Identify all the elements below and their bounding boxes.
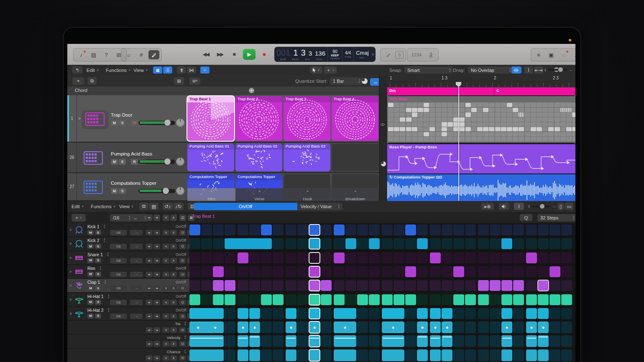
subrow-cell-velocity[interactable] (249, 335, 260, 347)
secondary-tool[interactable]: ＋∨ (324, 65, 337, 75)
step-cell[interactable] (261, 224, 272, 235)
pattern-cell[interactable] (566, 117, 572, 122)
row-down-button[interactable]: ∨ (163, 341, 169, 347)
chord-region[interactable]: Dm (387, 87, 494, 95)
step-cell[interactable] (309, 266, 320, 277)
pattern-cell[interactable] (513, 122, 518, 126)
pattern-cell[interactable] (412, 108, 417, 112)
row-down-button[interactable]: ∨ (163, 300, 169, 305)
pattern-cell[interactable] (513, 117, 518, 122)
pattern-cell[interactable] (555, 108, 560, 112)
step-cell[interactable] (405, 280, 416, 291)
step-cell[interactable] (225, 280, 235, 291)
step-cell[interactable] (249, 294, 260, 305)
quantize-button[interactable]: Q (520, 212, 532, 223)
pattern-cell[interactable] (548, 127, 554, 131)
seq-window-icon[interactable]: ▯ (557, 201, 564, 212)
track-r-button[interactable]: R (131, 159, 138, 165)
pattern-cell[interactable] (542, 127, 548, 131)
pattern-cell[interactable] (394, 137, 399, 141)
pattern-cell[interactable] (436, 137, 441, 141)
pattern-cell[interactable] (572, 112, 575, 117)
pattern-cell[interactable] (471, 127, 477, 131)
pattern-cell[interactable] (548, 108, 554, 112)
row-direction-button[interactable]: → (130, 314, 143, 319)
subrow-cell-chance[interactable] (261, 349, 272, 361)
pattern-cell[interactable] (388, 108, 394, 112)
pattern-cell[interactable] (501, 137, 506, 141)
step-cell[interactable] (273, 308, 284, 319)
row-disclosure-icon[interactable]: > (69, 270, 72, 274)
pattern-cell[interactable] (489, 127, 494, 131)
row-mute-button[interactable]: M (87, 258, 94, 263)
sequencer-row-header[interactable]: ∨Hi-Hat 2∧∨On/OffMS/16→◂▫▫▸∨∧⊡⊠ (67, 307, 189, 321)
step-cell[interactable] (538, 266, 549, 277)
subrow-cell-tie[interactable] (225, 321, 235, 333)
pattern-cell[interactable] (555, 117, 560, 122)
track-m-button[interactable]: M (111, 159, 118, 165)
step-cell[interactable] (369, 238, 380, 249)
pattern-cell[interactable] (519, 108, 524, 112)
pattern-cell[interactable] (429, 108, 435, 112)
row-direction-button[interactable]: → (130, 258, 143, 263)
row-random-button[interactable]: ⊡ (179, 258, 186, 263)
step-cell[interactable] (297, 252, 308, 263)
step-cell[interactable] (201, 280, 212, 291)
step-cell[interactable] (561, 252, 572, 263)
step-cell[interactable] (249, 252, 260, 263)
pattern-cell[interactable] (429, 127, 435, 131)
step-cell[interactable] (561, 238, 572, 249)
pattern-cell[interactable] (412, 132, 417, 136)
step-cell[interactable] (201, 252, 212, 263)
row-mute-button[interactable]: M (87, 300, 94, 305)
row-random-button[interactable]: ⊡ (179, 230, 186, 235)
step-cell[interactable] (490, 252, 501, 263)
pattern-cell[interactable] (388, 137, 394, 141)
step-cell[interactable] (189, 224, 200, 235)
row-name-stepper[interactable]: ∧∨ (105, 294, 110, 298)
step-cell[interactable] (561, 224, 572, 235)
pointer-tool[interactable]: ∨ (310, 65, 322, 75)
step-cell[interactable] (369, 280, 380, 291)
pattern-cell[interactable] (525, 122, 530, 126)
subrow-cell-chance[interactable] (382, 349, 404, 361)
subrow-cell-tie[interactable] (369, 321, 380, 333)
row-up-button[interactable]: ∧ (170, 244, 177, 249)
pattern-cell[interactable] (465, 108, 471, 112)
pattern-cell[interactable] (525, 108, 530, 112)
snap-dropdown[interactable]: Smart∧∨ (404, 65, 452, 75)
loop-browser-icon[interactable]: ◌ (558, 50, 569, 59)
pattern-cell[interactable] (447, 112, 453, 117)
pattern-cell[interactable] (501, 132, 506, 136)
step-cell[interactable] (369, 294, 380, 305)
vzoom-slider[interactable] (552, 69, 567, 71)
step-cell[interactable] (334, 280, 345, 291)
pattern-cell[interactable] (495, 127, 501, 131)
row-shift-right[interactable]: ▫▸ (153, 327, 160, 333)
pattern-cell[interactable] (501, 108, 506, 112)
step-cell[interactable] (309, 238, 320, 249)
scene-edit-button[interactable]: ≣R (189, 76, 200, 86)
step-cell[interactable] (273, 266, 284, 277)
pattern-rate-dropdown[interactable]: /16∧∨ (110, 212, 132, 223)
pattern-cell[interactable] (412, 122, 417, 126)
pattern-shift-left[interactable]: ◂▫ (146, 212, 153, 223)
step-cell[interactable] (442, 252, 452, 263)
step-cell[interactable] (321, 308, 332, 319)
scene-trigger[interactable]: ⌃ (187, 188, 235, 196)
subrow-cell-tie[interactable]: ◆ (417, 321, 428, 333)
back-button[interactable]: ↰ (72, 65, 82, 75)
sequencer-row-header[interactable]: >Snare 1∧∨On/OffMS/16→◂▫▫▸∨∧⊡⊠ (67, 251, 189, 265)
pattern-cell[interactable] (459, 132, 465, 136)
step-cell[interactable] (430, 252, 441, 263)
pattern-cell[interactable] (495, 132, 501, 136)
step-cell[interactable] (369, 266, 380, 277)
pattern-cell[interactable] (572, 103, 575, 107)
pattern-cell[interactable] (459, 137, 465, 141)
velocity-bar[interactable] (442, 337, 452, 337)
subrow-cell-tie[interactable] (478, 321, 489, 333)
subrow-cell-chance[interactable] (561, 349, 572, 361)
row-solo-button[interactable]: S (95, 272, 101, 277)
step-cell[interactable] (382, 252, 393, 263)
subrow-cell-chance[interactable] (357, 349, 368, 361)
